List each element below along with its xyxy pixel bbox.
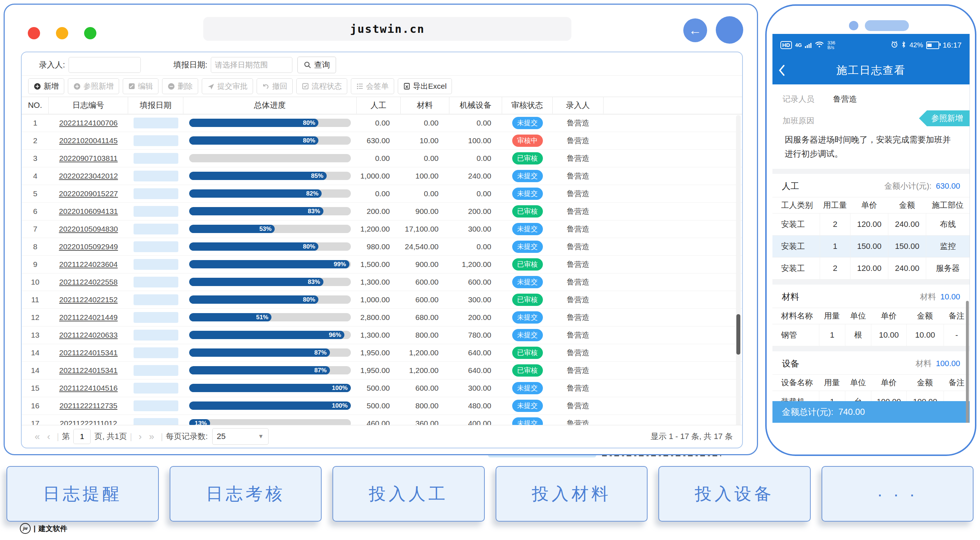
log-id-link[interactable]: 20211224021449 (59, 313, 118, 321)
flow-icon (302, 83, 309, 90)
next-page-button[interactable]: › (138, 431, 142, 442)
traffic-light-close[interactable] (28, 27, 40, 39)
table-row[interactable]: 1620211222112735100%500.00800.00480.00未提… (22, 397, 742, 415)
url-text: justwin.cn (350, 22, 425, 35)
log-id-link[interactable]: 20211224015341 (59, 366, 118, 375)
traffic-light-minimize[interactable] (56, 27, 68, 39)
bottom-button-1[interactable]: 日志考核 (170, 466, 322, 522)
send-icon (207, 83, 215, 90)
signal-bars-icon (805, 42, 811, 48)
log-id-link[interactable]: 20211224023604 (59, 260, 118, 268)
page-number-input[interactable] (73, 429, 91, 444)
table-row[interactable]: 1520211224104516100%500.00600.00300.00未提… (22, 380, 742, 397)
phone-scrollbar-thumb[interactable] (966, 301, 969, 423)
table-row[interactable]: 82022010509294980%980.0024,540.000.00未提交… (22, 238, 742, 256)
toolbar-button-3[interactable]: 删除 (162, 78, 198, 94)
log-id-link[interactable]: 20221020041145 (59, 137, 118, 145)
table-row[interactable]: 172021122211101213%460.00360.00400.00未提交… (22, 415, 742, 425)
log-id-link[interactable]: 20211222111012 (60, 419, 117, 425)
date-redacted-pill (134, 277, 178, 287)
traffic-light-maximize[interactable] (84, 27, 96, 39)
table-row[interactable]: 22022102004114580%630.0010.00100.00审核中鲁营… (22, 132, 742, 150)
log-id-link[interactable]: 20211224104516 (59, 384, 118, 392)
bottom-button-3[interactable]: 投入材料 (496, 466, 648, 522)
table-row[interactable]: 122021122402144951%2,800.00680.00200.00未… (22, 309, 742, 326)
toolbar-button-label: 删除 (178, 81, 193, 91)
log-id-link[interactable]: 20211222112735 (60, 402, 117, 410)
table-row[interactable]: 132021122402063396%1,300.00800.00780.00未… (22, 326, 742, 344)
date-redacted-pill (134, 206, 178, 217)
cell-material: 800.00 (401, 331, 449, 340)
table-row[interactable]: 12022112410070680%0.000.000.00未提交鲁营造 (22, 114, 742, 132)
table-row[interactable]: 92021122402360499%1,500.00900.001,200.00… (22, 256, 742, 273)
toolbar-button-5[interactable]: 撤回 (257, 78, 293, 94)
ref-add-button[interactable]: 参照新增 (919, 110, 969, 126)
pager-separator: | (130, 431, 132, 442)
toolbar-button-1[interactable]: 参照新增 (68, 78, 119, 94)
table-row[interactable]: 142021122401534187%1,950.001,200.00640.0… (22, 344, 742, 362)
progress-bar: 83% (189, 207, 351, 215)
search-button[interactable]: 查询 (298, 57, 336, 73)
phone-table-cell: 120.00 (850, 257, 888, 280)
toolbar-button-6[interactable]: 流程状态 (296, 78, 347, 94)
battery-icon (926, 41, 939, 49)
date-redacted-pill (134, 224, 178, 235)
row-number: 14 (22, 366, 49, 375)
brand-separator: | (33, 524, 36, 533)
last-page-button[interactable]: » (149, 431, 154, 442)
page-size-select[interactable]: 25 ▼ (212, 428, 269, 445)
log-id-link[interactable]: 20211224020633 (59, 331, 118, 339)
column-header: 材料 (401, 97, 449, 114)
phone-column-header: 用量 (819, 308, 845, 324)
table-row[interactable]: 42022022304201285%1,000.00100.00240.00未提… (22, 167, 742, 185)
table-scrollbar-thumb[interactable] (737, 314, 740, 354)
cell-labor: 1,500.00 (356, 260, 401, 269)
log-id-link[interactable]: 20220223042012 (59, 172, 118, 180)
log-id-link[interactable]: 20221124100706 (59, 119, 118, 127)
phone-table-cell: 150.00 (888, 235, 926, 257)
avatar[interactable] (716, 16, 743, 44)
toolbar-button-2[interactable]: 编辑 (123, 78, 159, 94)
table-row[interactable]: 102021122402255883%1,300.00600.00600.00未… (22, 273, 742, 291)
progress-label: 13% (194, 420, 210, 425)
toolbar-button-8[interactable]: 导出Excel (398, 78, 452, 94)
bottom-button-4[interactable]: 投入设备 (659, 466, 811, 522)
log-id-link[interactable]: 20220105094830 (59, 225, 118, 233)
back-button[interactable]: ← (683, 18, 707, 42)
log-id-link[interactable]: 20220907103811 (59, 154, 118, 162)
log-id-link[interactable]: 20211224015341 (59, 348, 118, 357)
date-redacted-pill (134, 383, 178, 394)
prev-page-button[interactable]: ‹ (47, 431, 50, 442)
table-scrollbar[interactable] (736, 115, 741, 425)
network-type-label: 4G (795, 42, 802, 48)
toolbar-button-4[interactable]: 提交审批 (202, 78, 253, 94)
table-row[interactable]: 3202209071038110.000.000.00已审核鲁营造 (22, 150, 742, 167)
log-id-link[interactable]: 20211224022558 (59, 278, 118, 286)
table-header: NO.日志编号填报日期总体进度人工材料机械设备审核状态录入人 (22, 97, 742, 114)
phone-column-header: 金额 (906, 375, 943, 391)
recorder-filter-input[interactable] (68, 57, 141, 73)
progress-fill: 100% (189, 402, 351, 410)
log-id-link[interactable]: 20220105092949 (59, 242, 118, 251)
log-id-link[interactable]: 20211224022152 (59, 295, 118, 304)
date-range-input[interactable] (211, 57, 293, 73)
table-row[interactable]: 112021122402215280%1,000.00600.00300.00已… (22, 291, 742, 309)
toolbar-button-label: 撤回 (272, 81, 287, 91)
url-bar[interactable]: justwin.cn (203, 17, 571, 41)
toolbar-button-0[interactable]: 新增 (28, 78, 64, 94)
log-id-link[interactable]: 20220106094131 (59, 207, 118, 215)
bottom-button-2[interactable]: 投入人工 (332, 466, 485, 522)
first-page-button[interactable]: « (35, 431, 40, 442)
table-row[interactable]: 62022010609413183%200.00900.00200.00已审核鲁… (22, 203, 742, 221)
log-id-link[interactable]: 20220209015227 (59, 189, 118, 198)
material-subtotal-label: 材料 (920, 291, 936, 302)
toolbar-button-7[interactable]: 会签单 (351, 78, 394, 94)
table-row[interactable]: 142021122401534187%1,950.001,200.00640.0… (22, 362, 742, 380)
bottom-button-0[interactable]: 日志提醒 (6, 466, 159, 522)
date-redacted-pill (134, 153, 178, 164)
back-chevron-icon[interactable] (778, 64, 786, 78)
table-row[interactable]: 72022010509483053%1,200.0017,100.00300.0… (22, 221, 742, 238)
row-number: 10 (22, 278, 49, 286)
table-row[interactable]: 52022020901522782%0.000.000.00未提交鲁营造 (22, 185, 742, 203)
bottom-button-5[interactable]: · · · (821, 466, 974, 522)
